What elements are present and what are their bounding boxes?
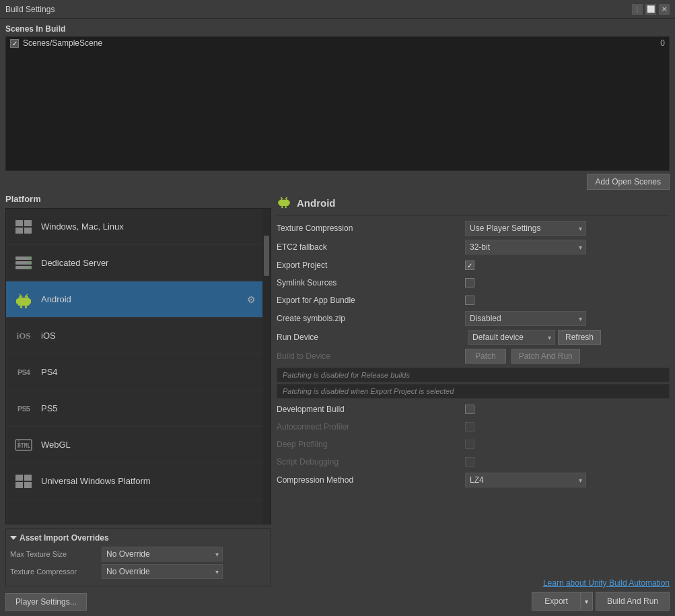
platform-item-webgl[interactable]: HTML 5 WebGL <box>6 427 262 463</box>
autoconnect-profiler-checkbox[interactable] <box>465 422 474 432</box>
symlink-sources-checkbox[interactable] <box>465 278 474 287</box>
asset-import-label: Asset Import Overrides <box>20 533 109 543</box>
max-texture-select-wrapper: No Override <box>102 547 223 561</box>
development-build-row: Development Build <box>277 401 670 417</box>
build-to-device-control: Patch Patch And Run <box>465 349 670 364</box>
max-texture-label: Max Texture Size <box>10 550 98 558</box>
create-symbols-zip-control: Disabled <box>465 311 670 326</box>
footer-buttons: Export ▾ Build And Run <box>277 592 670 611</box>
texture-compression-select[interactable]: Use Player Settings <box>465 221 586 236</box>
dedicated-server-icon <box>13 252 34 274</box>
platform-item-android-label: Android <box>41 294 71 304</box>
android-header: Android <box>277 194 670 215</box>
export-dropdown-arrow[interactable]: ▾ <box>580 592 593 611</box>
maximize-btn[interactable]: ⬜ <box>645 4 656 15</box>
deep-profiling-label: Deep Profiling <box>277 440 465 449</box>
texture-compressor-row: Texture Compressor No Override <box>10 564 267 579</box>
svg-rect-31 <box>281 206 283 208</box>
run-device-select-wrapper: Default device <box>468 330 555 345</box>
export-project-label: Export Project <box>277 261 465 270</box>
symlink-sources-control <box>465 278 670 287</box>
svg-rect-30 <box>288 201 289 205</box>
script-debugging-row: Script Debugging <box>277 454 670 470</box>
export-app-bundle-label: Export for App Bundle <box>277 296 465 305</box>
compression-method-select-wrapper: LZ4 <box>465 473 586 487</box>
texture-compressor-select-wrapper: No Override <box>102 564 223 579</box>
run-device-select[interactable]: Default device <box>468 330 555 345</box>
add-open-scenes-button[interactable]: Add Open Scenes <box>587 174 670 190</box>
platform-scrollbar[interactable] <box>262 209 271 524</box>
svg-rect-12 <box>17 298 30 306</box>
platform-item-android[interactable]: Android ⚙ <box>6 281 262 318</box>
asset-import-header: Asset Import Overrides <box>10 533 267 543</box>
platform-item-ps4[interactable]: PS4 PS4 <box>6 354 262 390</box>
refresh-button[interactable]: Refresh <box>558 330 601 345</box>
scenes-section: Scenes In Build ✓ Scenes/SampleScene 0 A… <box>5 24 670 190</box>
platform-item-ps5[interactable]: PS5 PS5 <box>6 390 262 427</box>
platform-item-uwp-label: Universal Windows Platform <box>41 476 151 486</box>
export-project-checkbox[interactable] <box>465 261 474 270</box>
player-settings-button[interactable]: Player Settings... <box>5 593 87 611</box>
export-app-bundle-row: Export for App Bundle <box>277 292 670 308</box>
etc2-fallback-label: ETC2 fallback <box>277 242 465 252</box>
svg-rect-1 <box>24 220 32 226</box>
export-button-group: Export ▾ <box>532 592 593 611</box>
info-bar-2: Patching is disabled when Export Project… <box>277 384 670 399</box>
scene-index: 0 <box>660 38 665 48</box>
etc2-fallback-select[interactable]: 32-bit <box>465 240 586 254</box>
svg-rect-24 <box>15 482 23 488</box>
android-panel: Android Texture Compression Use Player S… <box>277 194 670 611</box>
development-build-checkbox[interactable] <box>465 405 474 414</box>
symlink-sources-row: Symlink Sources <box>277 275 670 291</box>
platform-item-ios[interactable]: iOS iOS <box>6 318 262 354</box>
script-debugging-checkbox[interactable] <box>465 457 474 467</box>
create-symbols-zip-select[interactable]: Disabled <box>465 311 586 326</box>
export-button[interactable]: Export <box>532 592 580 611</box>
texture-compressor-select[interactable]: No Override <box>102 564 223 579</box>
more-options-btn[interactable]: ⋮ <box>632 4 643 15</box>
build-and-run-button[interactable]: Build And Run <box>596 592 670 611</box>
export-project-control <box>465 261 670 270</box>
uwp-icon <box>13 471 34 492</box>
windows-icon <box>13 216 34 238</box>
patch-button[interactable]: Patch <box>465 349 506 364</box>
run-device-row: Run Device Default device Refresh <box>277 329 670 346</box>
scene-checkbox[interactable]: ✓ <box>10 39 19 48</box>
learn-link-container: Learn about Unity Build Automation <box>277 578 670 588</box>
title-bar-left: Build Settings <box>5 5 55 14</box>
scrollbar-thumb <box>264 236 269 276</box>
android-icon <box>13 289 34 310</box>
ios-icon: iOS <box>13 325 34 347</box>
compression-method-select[interactable]: LZ4 <box>465 473 586 487</box>
etc2-fallback-select-wrapper: 32-bit <box>465 240 586 254</box>
svg-rect-25 <box>24 482 32 488</box>
max-texture-select[interactable]: No Override <box>102 547 223 561</box>
script-debugging-label: Script Debugging <box>277 457 465 467</box>
title-bar-controls: ⋮ ⬜ ✕ <box>632 4 670 15</box>
platform-item-windows[interactable]: Windows, Mac, Linux <box>6 209 262 245</box>
export-app-bundle-checkbox[interactable] <box>465 296 474 305</box>
platform-item-uwp[interactable]: Universal Windows Platform <box>6 463 262 500</box>
svg-rect-15 <box>20 306 22 308</box>
android-title: Android <box>297 197 336 209</box>
platform-list: Windows, Mac, Linux <box>6 209 262 524</box>
scene-item[interactable]: ✓ Scenes/SampleScene 0 <box>6 37 669 49</box>
compression-method-control: LZ4 <box>465 473 670 487</box>
build-to-device-row: Build to Device Patch Patch And Run <box>277 347 670 365</box>
deep-profiling-checkbox[interactable] <box>465 440 474 449</box>
script-debugging-control <box>465 457 670 467</box>
android-footer: Learn about Unity Build Automation Expor… <box>277 578 670 611</box>
compression-method-row: Compression Method LZ4 <box>277 471 670 489</box>
collapse-icon[interactable] <box>10 536 17 540</box>
close-btn[interactable]: ✕ <box>659 4 670 15</box>
ps4-icon: PS4 <box>13 362 34 383</box>
platform-item-ps5-label: PS5 <box>41 403 58 413</box>
scenes-list: ✓ Scenes/SampleScene 0 <box>5 36 670 171</box>
etc2-fallback-row: ETC2 fallback 32-bit <box>277 238 670 256</box>
platform-item-dedicated-server[interactable]: Dedicated Server <box>6 245 262 281</box>
svg-rect-28 <box>279 200 289 206</box>
autoconnect-profiler-row: Autoconnect Profiler <box>277 419 670 435</box>
patch-and-run-button[interactable]: Patch And Run <box>511 349 580 364</box>
platform-list-container: Windows, Mac, Linux <box>5 208 271 524</box>
learn-link[interactable]: Learn about Unity Build Automation <box>543 578 670 588</box>
